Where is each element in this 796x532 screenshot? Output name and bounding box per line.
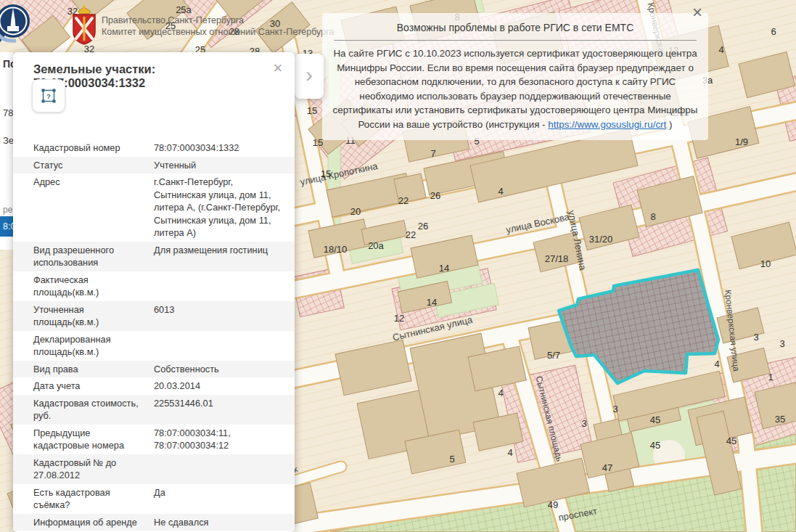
row-label: Дата учета [33, 380, 154, 393]
table-row: СтатусУчтенный [13, 157, 295, 174]
house-number: 4 [498, 388, 503, 398]
table-row: Адресг.Санкт-Петербург, Сытнинская улица… [13, 173, 295, 242]
house-number: 3 [581, 418, 586, 429]
table-row: Кадастровая стоимость, руб.225531446.01 [13, 395, 295, 425]
row-value: 225531446.01 [154, 397, 284, 422]
house-number: 5 [449, 454, 454, 465]
svg-text:?: ? [46, 92, 51, 100]
house-number: 26 [430, 190, 440, 201]
row-value: 20.03.2014 [154, 380, 284, 393]
house-number: 4 [718, 44, 723, 55]
house-number: 3 [753, 332, 758, 343]
house-number: 15 [321, 168, 331, 179]
table-row: Дата учета20.03.2014 [13, 377, 295, 395]
table-row: Декларированная площадь(кв.м.) [13, 331, 295, 361]
notification-divider [334, 40, 697, 41]
house-number: 3 [612, 404, 617, 414]
house-number: 4 [507, 447, 512, 458]
row-value: Собственность [154, 363, 284, 376]
row-label: Кадастровая стоимость, руб. [33, 397, 154, 422]
row-label: Статус [33, 159, 154, 172]
table-row: Информация об арендеНе сдавался [13, 514, 295, 531]
row-value [154, 333, 284, 359]
notification-text: На сайте РГИС с 10.10.2023 используется … [333, 48, 698, 130]
house-number: 45 [726, 435, 736, 446]
row-value [154, 457, 284, 482]
house-number: 5/7 [547, 350, 560, 361]
table-row: Кадастровый № до 27.08.2012 [13, 454, 295, 484]
identify-tool-button[interactable]: ? [32, 79, 65, 112]
row-label: Декларированная площадь(кв.м.) [33, 333, 154, 359]
house-number: 22 [406, 229, 416, 240]
panel-expand-button[interactable]: › [295, 54, 324, 99]
house-number: 27/18 [545, 253, 569, 264]
house-number: 18/10 [324, 244, 348, 255]
house-number: 4 [498, 186, 503, 197]
house-number: 3 [779, 338, 784, 349]
app-header: Правительство Санкт-Петербурга Комитет и… [0, 0, 334, 51]
row-value: г.Санкт-Петербург, Сытнинская улица, дом… [154, 176, 284, 240]
house-number: 20а [368, 240, 384, 251]
house-number: 10 [760, 258, 771, 269]
house-number: 1 [768, 372, 773, 382]
house-number: 14 [427, 297, 437, 308]
row-label: Кадастровый номер [33, 142, 154, 155]
org-line1: Правительство Санкт-Петербурга [102, 15, 334, 26]
org-title: Правительство Санкт-Петербурга Комитет и… [102, 15, 334, 38]
house-number: 35 [775, 414, 785, 425]
selected-result-item[interactable]: 8:0 [0, 216, 13, 237]
house-number: 45 [650, 414, 660, 425]
table-row: Фактическая площадь(кв.м.) [13, 271, 295, 301]
table-row: Есть кадастровая съёмка?Да [13, 484, 295, 514]
org-line2: Комитет имущественных отношений Санкт-Пе… [102, 26, 334, 38]
table-row: Вид праваСобственность [13, 361, 295, 378]
table-row: Уточненная площадь(кв.м.)6013 [13, 301, 295, 331]
house-number: 4 [714, 359, 719, 369]
chevron-right-icon: › [305, 64, 313, 86]
row-value: Не сдавался [154, 516, 284, 529]
house-number: 22 [398, 195, 409, 206]
house-number: 47 [602, 462, 612, 473]
table-row: Предыдущие кадастровые номера78:07:00030… [13, 425, 295, 454]
row-label: Адрес [33, 176, 154, 240]
notification-text-tail: ) [666, 119, 672, 130]
table-row: Кадастровый номер78:07:0003034:1332 [13, 139, 295, 157]
results-label-fragment: ре [3, 205, 12, 215]
house-number: 6 [771, 26, 776, 37]
panel-close-icon[interactable]: × [270, 61, 286, 77]
house-number: 15 [313, 137, 323, 148]
parcel-info-panel: × Земельные участки: 78:07:0003034:1332 … [13, 52, 295, 532]
row-value: 78:07:0003034:11, 78:07:0003034:12 [154, 427, 284, 452]
spb-coat-of-arms-icon [70, 4, 99, 46]
house-number: 15 [307, 105, 317, 116]
panel-title: Земельные участки: 78:07:0003034:1332 [33, 62, 263, 90]
row-value: Учтенный [154, 159, 284, 172]
row-label: Есть кадастровая съёмка? [33, 486, 154, 512]
row-value: Да [154, 486, 284, 512]
house-number: 14 [439, 263, 449, 274]
row-value: 6013 [154, 303, 284, 329]
search-panel-fragment: Пои 78: Зе ре 8:0 [0, 52, 13, 250]
notification-banner: × Возможны проблемы в работе РГИС в сети… [322, 13, 708, 140]
house-number: 31/20 [589, 234, 613, 245]
row-value [154, 274, 284, 299]
gosuslugi-link[interactable]: https://www.gosuslugi.ru/crt [548, 119, 666, 130]
house-number: 8 [650, 211, 655, 222]
row-label: Фактическая площадь(кв.м.) [33, 274, 154, 299]
row-label: Кадастровый № до 27.08.2012 [33, 457, 154, 482]
notification-close-icon[interactable]: × [688, 3, 707, 22]
notification-title: Возможны проблемы в работе РГИС в сети Е… [332, 22, 698, 33]
row-value: 78:07:0003034:1332 [154, 142, 284, 155]
notification-body: На сайте РГИС с 10.10.2023 используется … [332, 46, 698, 131]
house-number: 45 [650, 440, 660, 451]
row-label: Вид права [33, 363, 154, 376]
house-number: 26 [418, 221, 428, 232]
table-row: Вид разрешенного использованияДля размещ… [13, 242, 295, 271]
parcel-attributes-table: Кадастровый номер78:07:0003034:1332Стату… [13, 139, 295, 531]
rgis-logo-icon[interactable] [0, 1, 39, 49]
house-number: 7 [430, 148, 435, 159]
rgis-app: улица Кропоткинаулица Восковаулица Ленин… [0, 0, 796, 532]
layer-name-fragment: Зе [3, 135, 14, 146]
row-label: Информация об аренде [33, 516, 154, 529]
row-label: Уточненная площадь(кв.м.) [33, 303, 154, 329]
